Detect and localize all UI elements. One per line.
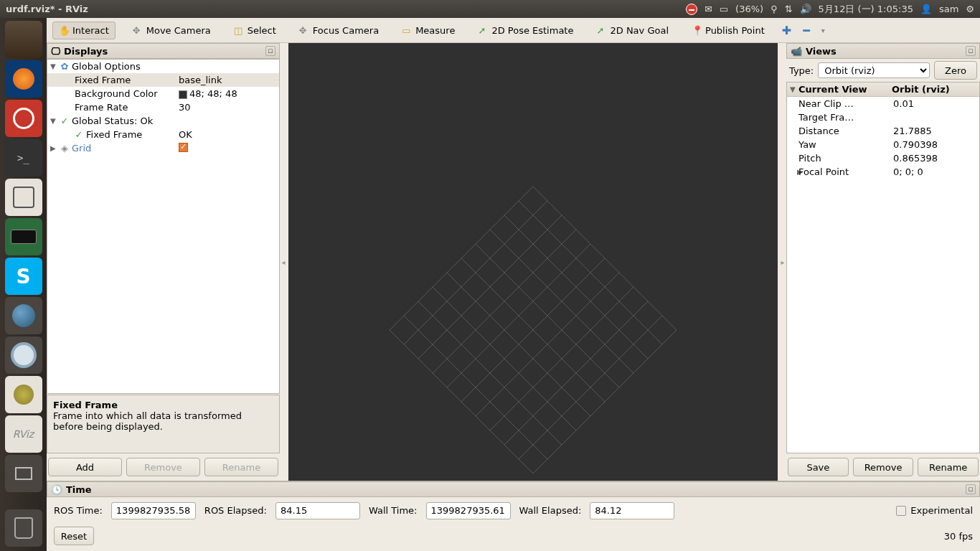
toolbar-remove-icon[interactable]: ━ bbox=[803, 24, 810, 37]
launcher-browser[interactable] bbox=[5, 297, 42, 334]
tool-move-camera[interactable]: ✥Move Camera bbox=[127, 22, 217, 39]
launcher-terminal[interactable] bbox=[5, 139, 42, 176]
displays-tree[interactable]: ▼✿ Global Options Fixed Frame base_link … bbox=[47, 59, 280, 394]
displays-icon: 🖵 bbox=[51, 46, 60, 57]
views-type-row: Type: Orbit (rviz) Zero bbox=[786, 59, 980, 82]
wall-elapsed-field[interactable] bbox=[590, 502, 674, 519]
3d-viewport[interactable] bbox=[288, 43, 778, 481]
views-row[interactable]: Pitch0.865398 bbox=[787, 151, 979, 165]
views-buttons: Save Remove Rename bbox=[786, 453, 980, 481]
network-icon[interactable]: ⇅ bbox=[785, 4, 793, 14]
views-row[interactable]: Target Fra… bbox=[787, 110, 979, 124]
views-rename-button[interactable]: Rename bbox=[918, 458, 979, 476]
views-panel-title[interactable]: 📹 Views ▫ bbox=[786, 43, 980, 59]
launcher-chromium[interactable] bbox=[5, 336, 42, 374]
system-menubar: urdf.rviz* - RViz ✉ ▭ (36%) ⚲ ⇅ 🔊 5月12日 … bbox=[0, 0, 980, 18]
main-area: 🖵 Displays ▫ ▼✿ Global Options Fixed Fra… bbox=[47, 43, 980, 481]
views-row[interactable]: ▶Focal Point0; 0; 0 bbox=[787, 165, 979, 179]
ros-time-label: ROS Time: bbox=[54, 505, 103, 516]
time-footer: Reset 30 fps bbox=[47, 524, 980, 551]
launcher-workspace[interactable] bbox=[5, 455, 42, 492]
rviz-window: ✋Interact ✥Move Camera ◫Select ✥Focus Ca… bbox=[47, 18, 980, 551]
checkbox-checked[interactable] bbox=[179, 143, 188, 152]
launcher-skype[interactable] bbox=[5, 258, 42, 295]
tool-select[interactable]: ◫Select bbox=[228, 22, 282, 39]
views-row[interactable]: Distance21.7885 bbox=[787, 124, 979, 138]
views-type-select[interactable]: Orbit (rviz) bbox=[818, 62, 930, 78]
ros-elapsed-label: ROS Elapsed: bbox=[204, 505, 267, 516]
views-row[interactable]: Yaw0.790398 bbox=[787, 138, 979, 151]
time-close-button[interactable]: ▫ bbox=[966, 484, 976, 494]
displays-add-button[interactable]: Add bbox=[48, 458, 122, 476]
launcher-firefox[interactable] bbox=[5, 60, 42, 98]
views-close-button[interactable]: ▫ bbox=[966, 46, 976, 56]
experimental-checkbox[interactable] bbox=[896, 506, 906, 516]
launcher-files[interactable] bbox=[5, 21, 42, 58]
displays-remove-button[interactable]: Remove bbox=[126, 458, 200, 476]
tool-interact[interactable]: ✋Interact bbox=[52, 22, 116, 39]
views-panel: 📹 Views ▫ Type: Orbit (rviz) Zero ▼ Curr… bbox=[786, 43, 980, 481]
drag-handle-left[interactable]: ◂ bbox=[280, 43, 287, 481]
tree-fixed-frame[interactable]: Fixed Frame base_link bbox=[47, 73, 279, 87]
tree-global-status[interactable]: ▼✓ Global Status: Ok bbox=[47, 114, 279, 128]
time-panel: 🕓 Time ▫ ROS Time: ROS Elapsed: Wall Tim… bbox=[47, 481, 980, 551]
clock-icon: 🕓 bbox=[51, 484, 62, 495]
desc-body: Frame into which all data is transformed… bbox=[53, 410, 242, 432]
views-save-button[interactable]: Save bbox=[788, 458, 849, 476]
user-icon[interactable]: 👤 bbox=[920, 4, 932, 14]
launcher-settings[interactable] bbox=[5, 100, 42, 137]
battery-icon[interactable]: ▭ bbox=[720, 4, 728, 14]
ros-elapsed-field[interactable] bbox=[275, 502, 360, 519]
launcher-system-monitor[interactable] bbox=[5, 218, 42, 255]
tool-2d-nav[interactable]: ➚2D Nav Goal bbox=[590, 22, 674, 39]
displays-rename-button[interactable]: Rename bbox=[204, 458, 278, 476]
gear-icon: ✿ bbox=[59, 61, 70, 72]
views-remove-button[interactable]: Remove bbox=[853, 458, 914, 476]
time-panel-title[interactable]: 🕓 Time ▫ bbox=[47, 481, 980, 497]
displays-buttons: Add Remove Rename bbox=[47, 453, 280, 481]
displays-description: Fixed Frame Frame into which all data is… bbox=[47, 395, 280, 453]
tool-measure[interactable]: ▭Measure bbox=[396, 22, 461, 39]
tool-2d-pose[interactable]: ➚2D Pose Estimate bbox=[472, 22, 579, 39]
tree-bg-color[interactable]: Background Color 48; 48; 48 bbox=[47, 87, 279, 100]
clock-text[interactable]: 5月12日 (一) 1:05:35 bbox=[819, 3, 913, 16]
pin-icon: 📍 bbox=[692, 25, 702, 35]
tree-frame-rate[interactable]: Frame Rate 30 bbox=[47, 100, 279, 114]
views-zero-button[interactable]: Zero bbox=[934, 61, 977, 80]
bluetooth-icon[interactable]: ⚲ bbox=[771, 4, 778, 14]
volume-icon[interactable]: 🔊 bbox=[800, 4, 811, 14]
views-row[interactable]: Near Clip …0.01 bbox=[787, 97, 979, 110]
experimental-label: Experimental bbox=[910, 505, 973, 516]
tree-global-options[interactable]: ▼✿ Global Options bbox=[47, 60, 279, 73]
ruler-icon: ▭ bbox=[402, 25, 412, 35]
reset-button[interactable]: Reset bbox=[54, 527, 94, 545]
pose-arrow-icon: ➚ bbox=[478, 25, 488, 35]
unity-launcher bbox=[0, 18, 47, 551]
displays-panel-title[interactable]: 🖵 Displays ▫ bbox=[47, 43, 280, 59]
tool-publish-point[interactable]: 📍Publish Point bbox=[686, 22, 771, 39]
focus-icon: ✥ bbox=[299, 25, 309, 35]
drag-handle-right[interactable]: ▸ bbox=[779, 43, 786, 481]
mail-icon[interactable]: ✉ bbox=[705, 4, 712, 14]
launcher-rviz[interactable] bbox=[5, 415, 42, 453]
launcher-disc[interactable] bbox=[5, 376, 42, 413]
tool-focus-camera[interactable]: ✥Focus Camera bbox=[293, 22, 385, 39]
launcher-trash[interactable] bbox=[5, 509, 42, 547]
grid-icon: ◈ bbox=[59, 143, 70, 154]
views-type-label: Type: bbox=[789, 65, 814, 76]
toolbar-add-icon[interactable]: ✚ bbox=[782, 24, 791, 37]
launcher-virtualbox[interactable] bbox=[5, 179, 42, 216]
ros-time-field[interactable] bbox=[111, 502, 196, 519]
rviz-toolbar: ✋Interact ✥Move Camera ◫Select ✥Focus Ca… bbox=[47, 18, 980, 43]
user-name[interactable]: sam bbox=[939, 4, 958, 14]
wall-time-field[interactable] bbox=[426, 502, 511, 519]
gear-icon[interactable]: ⚙ bbox=[966, 4, 974, 14]
views-tree[interactable]: ▼ Current View Orbit (rviz) Near Clip …0… bbox=[786, 82, 980, 453]
tree-ff-status[interactable]: ✓ Fixed Frame OK bbox=[47, 128, 279, 141]
toolbar-dropdown-icon[interactable]: ▾ bbox=[821, 27, 825, 34]
grid-render bbox=[288, 43, 778, 481]
displays-close-button[interactable]: ▫ bbox=[265, 46, 275, 56]
alert-icon[interactable] bbox=[686, 4, 697, 15]
check-icon: ✓ bbox=[59, 116, 70, 126]
tree-grid[interactable]: ▶◈ Grid bbox=[47, 141, 279, 155]
